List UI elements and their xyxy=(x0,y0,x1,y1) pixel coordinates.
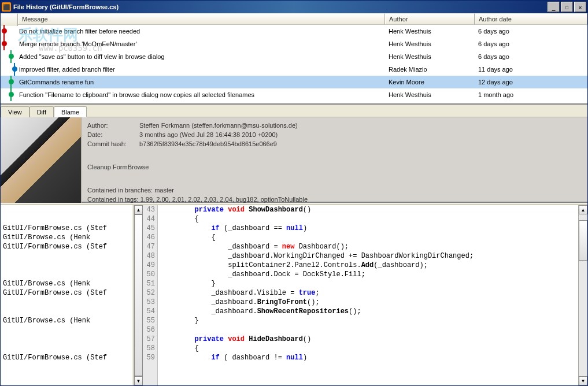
code-line: _dashboard.Visible = true; xyxy=(161,288,578,298)
commit-row[interactable]: Function "Filename to clipboard" in brow… xyxy=(1,88,587,101)
author-value: Steffen Forkmann (steffen.forkmann@msu-s… xyxy=(139,121,582,130)
commit-author-cell: Kevin Moore xyxy=(385,79,475,86)
commit-author-cell: Radek Miazio xyxy=(385,66,475,73)
commit-message-cell: Merge remote branch 'MoOmEeN/master' xyxy=(18,40,385,47)
maximize-button[interactable]: ☐ xyxy=(561,2,573,12)
commit-message: Cleanup FormBrowse xyxy=(87,162,582,172)
file-history-window: ⬛ File History (GitUI/FormBrowse.cs) _ ☐… xyxy=(0,0,588,386)
window-title: File History (GitUI/FormBrowse.cs) xyxy=(13,3,548,10)
commit-author-cell: Henk Westhuis xyxy=(385,28,475,35)
commit-author-cell: Henk Westhuis xyxy=(385,91,475,98)
blame-line[interactable] xyxy=(1,325,132,335)
blame-line[interactable]: GitUI/FormBrowse.cs (Stef xyxy=(1,288,132,298)
commit-date-cell: 1 month ago xyxy=(475,91,587,98)
commit-row[interactable]: Merge remote branch 'MoOmEeN/master'Henk… xyxy=(1,38,587,50)
blame-line[interactable] xyxy=(1,214,132,224)
code-line: } xyxy=(161,316,578,325)
commit-message-cell: Added "save as" button to diff view in b… xyxy=(18,53,385,60)
blame-line[interactable]: GitUI/FormBrowse.cs (Stef xyxy=(1,353,132,362)
blame-line[interactable] xyxy=(1,335,132,344)
commit-date-cell: 6 days ago xyxy=(475,40,587,47)
blame-pane: GitUI/FormBrowse.cs (StefGitUI/Browse.cs… xyxy=(1,205,587,385)
scroll-up-icon[interactable]: ▲ xyxy=(134,205,143,214)
col-date-header[interactable]: Author date xyxy=(475,13,587,24)
commit-date-cell: 6 days ago xyxy=(475,28,587,35)
minimize-button[interactable]: _ xyxy=(548,2,560,12)
tab-view[interactable]: View xyxy=(1,106,29,117)
commit-list: Message Author Author date 乐软件网 www.pc03… xyxy=(1,13,587,105)
scroll-up-icon[interactable]: ▲ xyxy=(579,205,587,214)
code-line: _dashboard.Dock = DockStyle.Fill; xyxy=(161,270,578,279)
commit-row[interactable]: GitCommands rename funKevin Moore12 days… xyxy=(1,76,587,88)
blame-line[interactable]: GitUI/Browse.cs (Henk xyxy=(1,316,132,325)
code-line: { xyxy=(161,344,578,353)
blame-line[interactable] xyxy=(1,270,132,279)
app-icon: ⬛ xyxy=(2,2,11,12)
commit-info-panel: Author:Steffen Forkmann (steffen.forkman… xyxy=(1,117,587,203)
close-button[interactable]: ✕ xyxy=(574,2,586,12)
date-label: Date: xyxy=(87,130,139,139)
blame-scrollbar[interactable]: ▲ ▼ xyxy=(134,205,143,385)
blame-line[interactable]: GitUI/Browse.cs (Henk xyxy=(1,279,132,288)
code-line: _dashboard.WorkingDirChanged += Dashboar… xyxy=(161,251,578,261)
commit-message-cell: Do not initialize branch filter before n… xyxy=(18,28,385,35)
author-avatar xyxy=(1,117,82,203)
blame-line[interactable] xyxy=(1,261,132,270)
code-line: _dashboard = new Dashboard(); xyxy=(161,242,578,251)
commit-message-cell: Function "Filename to clipboard" in brow… xyxy=(18,91,385,98)
date-value: 3 months ago (Wed Jul 28 16:44:38 2010 +… xyxy=(139,130,582,139)
code-line: { xyxy=(161,233,578,242)
commit-date-cell: 6 days ago xyxy=(475,53,587,60)
tab-blame[interactable]: Blame xyxy=(54,106,87,117)
blame-line[interactable] xyxy=(1,307,132,316)
hash-value: b7362f5f83934e35c78b49deb954bd8615e066e9 xyxy=(139,139,582,149)
commit-list-header: Message Author Author date xyxy=(1,13,587,25)
col-message-header[interactable]: Message xyxy=(18,13,385,24)
commit-list-body[interactable]: 乐软件网 www.pc0359.cn Do not initialize bra… xyxy=(1,25,587,103)
hash-label: Commit hash: xyxy=(87,139,139,149)
commit-message-cell: improved filter, added branch filter xyxy=(18,66,385,73)
source-code[interactable]: private void ShowDashboard() { if (_dash… xyxy=(158,205,578,385)
commit-row[interactable]: Added "save as" button to diff view in b… xyxy=(1,50,587,63)
col-author-header[interactable]: Author xyxy=(385,13,475,24)
code-line: splitContainer2.Panel2.Controls.Add(_das… xyxy=(161,261,578,270)
code-scrollbar[interactable]: ▲ ▼ xyxy=(578,205,587,385)
col-graph-header[interactable] xyxy=(1,13,18,26)
blame-annotations[interactable]: GitUI/FormBrowse.cs (StefGitUI/Browse.cs… xyxy=(1,205,134,385)
code-line: private void HideDashboard() xyxy=(161,335,578,344)
tab-diff[interactable]: Diff xyxy=(29,106,54,117)
scroll-thumb[interactable] xyxy=(579,220,587,261)
blame-line[interactable] xyxy=(1,205,132,214)
blame-line[interactable] xyxy=(1,344,132,353)
code-view: 4344454647484950515253545556575859 priva… xyxy=(143,205,578,385)
blame-line[interactable] xyxy=(1,298,132,307)
commit-author-cell: Henk Westhuis xyxy=(385,40,475,47)
code-line: _dashboard.BringToFront(); xyxy=(161,298,578,307)
code-line: if (_dashboard == null) xyxy=(161,224,578,233)
scroll-down-icon[interactable]: ▼ xyxy=(134,376,143,385)
code-line xyxy=(161,325,578,335)
detail-tabs: ViewDiffBlame xyxy=(1,105,587,117)
code-line: private void ShowDashboard() xyxy=(161,205,578,214)
commit-date-cell: 12 days ago xyxy=(475,79,587,86)
commit-info-text: Author:Steffen Forkmann (steffen.forkman… xyxy=(82,117,587,202)
commit-message-cell: GitCommands rename fun xyxy=(18,79,385,86)
commit-date-cell: 11 days ago xyxy=(475,66,587,73)
commit-author-cell: Henk Westhuis xyxy=(385,53,475,60)
blame-line[interactable] xyxy=(1,251,132,261)
blame-line[interactable]: GitUI/Browse.cs (Henk xyxy=(1,233,132,242)
author-label: Author: xyxy=(87,121,139,130)
code-line: if ( dashboard != null) xyxy=(161,353,578,362)
line-number-gutter: 4344454647484950515253545556575859 xyxy=(143,205,158,385)
commit-row[interactable]: improved filter, added branch filterRade… xyxy=(1,63,587,76)
branches-line: Contained in branches: master xyxy=(87,185,582,195)
code-line: { xyxy=(161,214,578,224)
titlebar[interactable]: ⬛ File History (GitUI/FormBrowse.cs) _ ☐… xyxy=(1,1,587,13)
scroll-down-icon[interactable]: ▼ xyxy=(579,376,587,385)
scroll-thumb[interactable] xyxy=(134,214,143,376)
blame-line[interactable]: GitUI/FormBrowse.cs (Stef xyxy=(1,224,132,233)
code-line: _dashboard.ShowRecentRepositories(); xyxy=(161,307,578,316)
commit-row[interactable]: Do not initialize branch filter before n… xyxy=(1,25,587,38)
code-line: } xyxy=(161,279,578,288)
blame-line[interactable]: GitUI/FormBrowse.cs (Stef xyxy=(1,242,132,251)
